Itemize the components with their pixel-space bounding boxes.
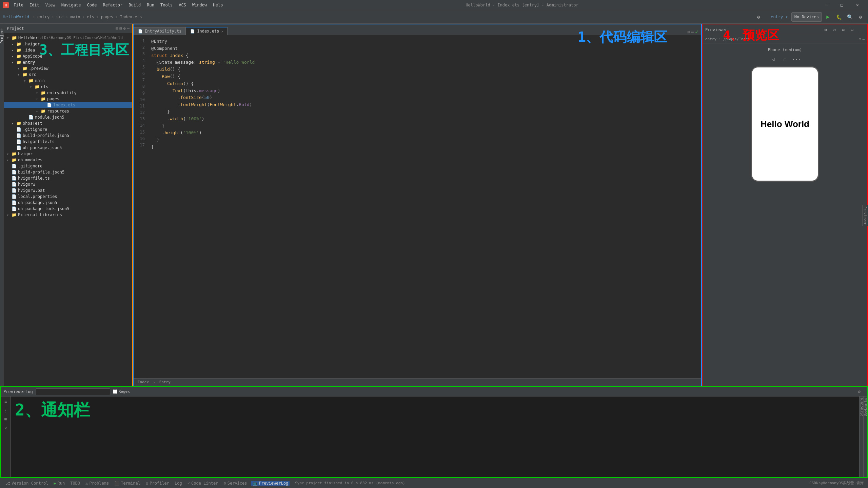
minimize-button[interactable]: ─ <box>818 0 834 10</box>
structure-tab-label[interactable]: Structure <box>860 398 863 416</box>
editor-split-icon[interactable]: ⊞ <box>687 29 689 35</box>
search-input[interactable] <box>36 388 110 395</box>
bottom-action-2[interactable]: ⋮ <box>2 407 9 414</box>
breadcrumb-src[interactable]: src <box>56 15 64 19</box>
bottom-toolbar-actions[interactable]: ⚙ — <box>858 389 865 394</box>
menu-edit[interactable]: Edit <box>27 2 42 8</box>
run-button[interactable]: ▶ <box>823 12 833 22</box>
tree-item-ets[interactable]: ▾ 📁 ets <box>4 84 132 90</box>
tree-item-entry[interactable]: ▾ 📁 entry <box>4 59 132 65</box>
status-code-linter[interactable]: ✓ Code Linter <box>186 481 220 486</box>
device-selector[interactable]: No Devices <box>791 12 822 22</box>
settings-icon[interactable]: ⚙ <box>754 12 763 22</box>
tree-item-oh-package-entry[interactable]: 📄 oh-package.json5 <box>4 145 132 151</box>
previewer-settings-icon[interactable]: ⚙ <box>822 26 829 34</box>
bottom-action-1[interactable]: ≡ <box>2 398 9 405</box>
sidebar-action-collapse[interactable]: ⊟ <box>119 26 122 31</box>
bottom-settings-icon[interactable]: ⚙ <box>858 389 861 394</box>
menu-build[interactable]: Build <box>126 2 143 8</box>
previewer-refresh-icon[interactable]: ↺ <box>831 26 838 34</box>
status-terminal[interactable]: ⬛ Terminal <box>113 481 142 486</box>
window-controls[interactable]: ─ □ ✕ <box>818 0 865 10</box>
tree-item-idea[interactable]: ▾ 📁 .idea <box>4 47 132 53</box>
breadcrumb-entry[interactable]: entry <box>37 15 50 19</box>
close-button[interactable]: ✕ <box>850 0 865 10</box>
menu-file[interactable]: File <box>11 2 26 8</box>
sidebar-action-minus[interactable]: — <box>127 26 130 31</box>
bottom-minimize-icon[interactable]: — <box>862 389 865 394</box>
code-text[interactable]: @Entry @Component struct Index { @State … <box>147 35 701 378</box>
breadcrumb-main[interactable]: main <box>71 15 80 19</box>
tree-item-module-json5[interactable]: 📄 module.json5 <box>4 114 132 120</box>
editor-tabs[interactable]: 📄 EntryAbility.ts 📄 Index.ets ✕ ⊞ ⋯ ✓ <box>134 24 701 35</box>
status-previewer-log[interactable]: 📺 PreviewerLog <box>251 481 290 486</box>
bottom-action-4[interactable]: ✕ <box>2 424 9 432</box>
sidebar-action-dots[interactable]: ⚙ <box>123 26 126 31</box>
status-problems[interactable]: ⚠ Problems <box>84 481 110 486</box>
tree-item-gitignore-entry[interactable]: 📄 .gitignore <box>4 126 132 133</box>
status-breadcrumb-index[interactable]: Index <box>138 380 149 384</box>
previewer-log-tab[interactable]: PreviewerLog <box>3 389 33 394</box>
tree-item-external-libs[interactable]: ▾ 📁 External Libraries <box>4 212 132 218</box>
bookmarks-tab-label[interactable]: Bookmarks <box>864 398 867 416</box>
tree-item-hvigorfile-root[interactable]: 📄 hvigorfile.ts <box>4 175 132 181</box>
status-version-control[interactable]: ⎇ Version Control <box>4 481 50 486</box>
debug-button[interactable]: 🐛 <box>834 12 844 22</box>
settings-button[interactable]: ⚙ <box>856 12 865 22</box>
search-button[interactable]: 🔍 <box>845 12 854 22</box>
previewer-layout-icon[interactable]: ⊟ <box>848 26 856 34</box>
tree-item-appscope[interactable]: ▾ 📁 AppScope <box>4 53 132 59</box>
previewer-path-actions[interactable]: ⊞ — <box>859 37 865 41</box>
maximize-button[interactable]: □ <box>834 0 850 10</box>
menu-help[interactable]: Help <box>210 2 225 8</box>
tree-item-build-profile-root[interactable]: 📄 build-profile.json5 <box>4 169 132 175</box>
status-run[interactable]: ▶ Run <box>52 481 66 486</box>
tree-item-ohostest[interactable]: ▾ 📁 ohosTest <box>4 120 132 126</box>
status-profiler[interactable]: ◎ Profiler <box>144 481 171 486</box>
menu-window[interactable]: Window <box>190 2 210 8</box>
tree-item-gitignore-root[interactable]: 📄 .gitignore <box>4 163 132 169</box>
tree-item-hvigor[interactable]: ▾ 📁 hvigor <box>4 151 132 157</box>
breadcrumb-file[interactable]: Index.ets <box>120 15 142 19</box>
menu-bar[interactable]: File Edit View Navigate Code Refactor Bu… <box>11 2 225 8</box>
device-controls[interactable]: ◁ ☐ ··· <box>769 55 801 64</box>
tree-item-main[interactable]: ▾ 📁 main <box>4 78 132 84</box>
tree-item-build-profile-entry[interactable]: 📄 build-profile.json5 <box>4 133 132 139</box>
tree-item-preview[interactable]: ▾ 📁 .preview <box>4 65 132 72</box>
breadcrumb-pages[interactable]: pages <box>101 15 113 19</box>
back-icon[interactable]: ◁ <box>769 55 778 64</box>
previewer-minimize-icon[interactable]: — <box>857 26 865 34</box>
previewer-side-tab[interactable]: Previewer <box>862 205 868 226</box>
sidebar-action-expand[interactable]: ⊞ <box>116 26 118 31</box>
menu-navigate[interactable]: Navigate <box>59 2 84 8</box>
tree-item-oh-modules[interactable]: ▾ 📁 oh_modules <box>4 157 132 163</box>
phone-icon[interactable]: ☐ <box>781 55 789 64</box>
entry-dropdown[interactable]: entry ▾ <box>769 12 790 22</box>
menu-run[interactable]: Run <box>144 2 157 8</box>
project-tab-label[interactable]: Project <box>0 25 4 46</box>
tree-item-pages[interactable]: ▾ 📁 pages <box>4 96 132 102</box>
previewer-grid-icon[interactable]: ⊞ <box>840 26 847 34</box>
expand-icon[interactable]: ⊞ <box>859 37 861 41</box>
menu-tools[interactable]: Tools <box>158 2 175 8</box>
tree-item-index-ets[interactable]: 📄 Index.ets <box>4 102 132 108</box>
tree-item-hvigor-hidden[interactable]: ▾ 📁 .hvigor <box>4 41 132 47</box>
previewer-actions[interactable]: ⚙ ↺ ⊞ ⊟ — <box>822 26 865 34</box>
editor-dots-icon[interactable]: ⋯ <box>691 29 694 35</box>
tab-close-icon[interactable]: ✕ <box>221 29 223 33</box>
collapse-icon[interactable]: — <box>862 37 865 41</box>
menu-view[interactable]: View <box>43 2 58 8</box>
sidebar-actions[interactable]: ⊞ ⊟ ⚙ — <box>116 26 130 31</box>
tree-item-oh-package-root[interactable]: 📄 oh-package.json5 <box>4 200 132 206</box>
status-services[interactable]: ⚙ Services <box>222 481 248 486</box>
tree-item-oh-package-lock[interactable]: 📄 oh-package-lock.json5 <box>4 206 132 212</box>
tree-item-hvigorfile-entry[interactable]: 📄 hvigorfile.ts <box>4 139 132 145</box>
status-todo[interactable]: TODO <box>69 481 81 486</box>
tree-item-helloworld[interactable]: ▾ 📁 HelloWorld D:\HarmonyOS-FirstCourse\… <box>4 35 132 41</box>
tree-item-local-props[interactable]: 📄 local.properties <box>4 194 132 200</box>
tab-index-ets[interactable]: 📄 Index.ets ✕ <box>186 27 228 35</box>
tree-item-hvigorw-bat[interactable]: 📄 hvigorw.bat <box>4 187 132 194</box>
code-editor[interactable]: 1 2 3 4 5 6 7 8 9 10 11 12 13 14 15 16 1… <box>134 35 701 378</box>
bottom-action-3[interactable]: ⊞ <box>2 415 9 423</box>
tree-item-hvigorw[interactable]: 📄 hvigorw <box>4 181 132 187</box>
